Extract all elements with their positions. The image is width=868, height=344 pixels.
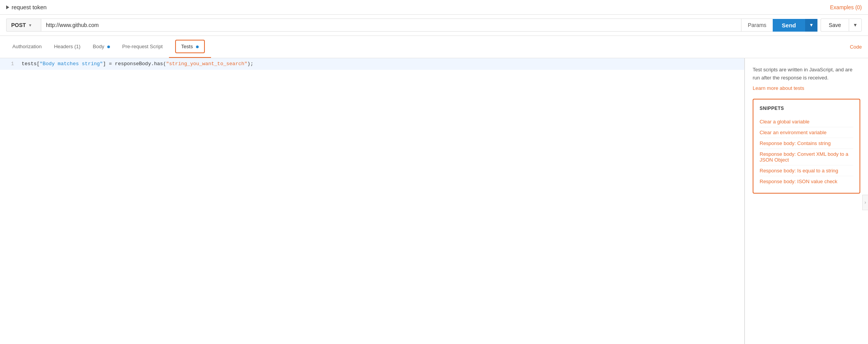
request-token-toggle[interactable]: request token [6,4,47,10]
url-bar: POST ▼ Params Send ▼ Save ▼ [0,15,868,36]
tab-authorization[interactable]: Authorization [6,40,48,54]
snippet-response-xml[interactable]: Response body: Convert XML body to a JSO… [760,149,853,165]
top-bar: request token Examples (0) [0,0,868,15]
main-content: 1 tests["Body matches string"] = respons… [0,58,868,344]
tests-tab-box: Tests [175,40,205,53]
examples-link[interactable]: Examples (0) [830,4,862,10]
send-btn-group: Send ▼ [773,19,818,32]
tabs-bar: Authorization Headers (1) Body Pre-reque… [0,36,868,58]
line-number: 1 [0,60,19,68]
send-dropdown-button[interactable]: ▼ [805,19,817,32]
tab-body[interactable]: Body [87,40,116,54]
method-label: POST [11,22,26,28]
snippet-clear-global[interactable]: Clear a global variable [760,116,853,127]
save-btn-group: Save ▼ [821,19,862,32]
snippet-response-equal[interactable]: Response body: Is equal to a string [760,165,853,176]
tab-pre-request-script[interactable]: Pre-request Script [116,40,169,54]
body-tab-dot [107,46,110,48]
triangle-icon [6,5,9,9]
learn-more-link[interactable]: Learn more about tests [753,85,860,91]
params-button[interactable]: Params [741,19,772,32]
request-token-label: request token [12,4,47,10]
snippet-response-ison[interactable]: Response body: ISON value check [760,176,853,187]
code-line-1: 1 tests["Body matches string"] = respons… [0,58,744,70]
snippet-response-contains[interactable]: Response body: Contains string [760,138,853,149]
save-dropdown-button[interactable]: ▼ [849,19,862,32]
snippets-title: SNIPPETS [760,106,853,111]
code-link[interactable]: Code [850,44,862,50]
right-panel: Test scripts are written in JavaScript, … [745,58,868,344]
method-select[interactable]: POST ▼ [6,19,41,32]
tab-headers[interactable]: Headers (1) [48,40,87,54]
url-input[interactable] [41,19,741,32]
tests-tab-dot [196,46,199,48]
panel-description: Test scripts are written in JavaScript, … [753,66,860,82]
panel-expand-chevron[interactable]: › [862,195,868,210]
code-content: tests["Body matches string"] = responseB… [19,60,744,68]
snippet-clear-env[interactable]: Clear an environment variable [760,127,853,138]
code-editor[interactable]: 1 tests["Body matches string"] = respons… [0,58,745,344]
snippets-box: SNIPPETS Clear a global variable Clear a… [753,99,860,194]
send-button[interactable]: Send [773,19,806,32]
method-chevron-icon: ▼ [28,23,32,27]
save-button[interactable]: Save [821,19,849,32]
tab-tests[interactable]: Tests [169,36,211,58]
